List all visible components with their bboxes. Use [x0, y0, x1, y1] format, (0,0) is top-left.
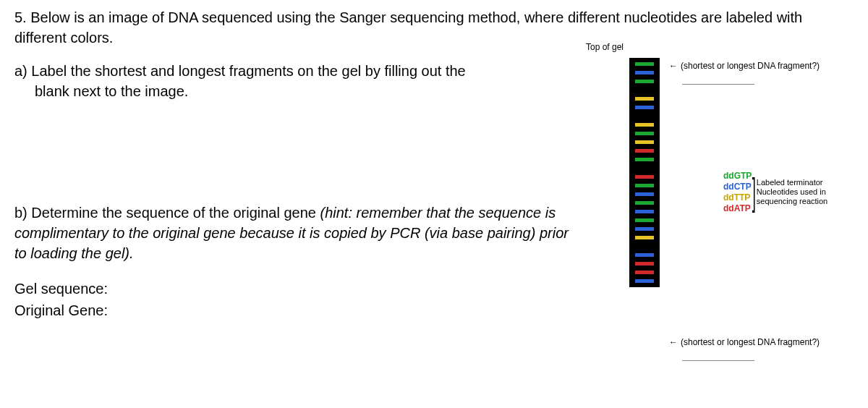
- legend-ddatp: ddATP: [723, 203, 752, 213]
- part-a: a) Label the shortest and longest fragme…: [14, 61, 579, 101]
- question-prompt: 5. Below is an image of DNA sequenced us…: [14, 7, 839, 48]
- part-a-line1: a) Label the shortest and longest fragme…: [14, 63, 466, 79]
- top-of-gel-label: Top of gel: [586, 42, 624, 52]
- bottom-blank-line[interactable]: [682, 355, 754, 361]
- arrow-left-icon: ←: [669, 337, 678, 348]
- legend-ddctp: ddCTP: [723, 182, 752, 192]
- original-gene-label: Original Gene:: [14, 299, 854, 321]
- arrow-left-icon: ←: [669, 61, 678, 72]
- gel-band: [635, 106, 654, 109]
- bracket-icon: ]: [752, 175, 756, 209]
- gel-band: [635, 218, 654, 222]
- bottom-fragment-callout: ←(shortest or longest DNA fragment?): [669, 337, 820, 361]
- gel-band: [635, 227, 654, 231]
- gel-band: [635, 253, 654, 257]
- gel-band: [635, 192, 654, 196]
- part-a-line2: blank next to the image.: [14, 81, 579, 101]
- part-b: b) Determine the sequence of the origina…: [14, 203, 579, 263]
- nucleotide-legend: ddGTP ddCTP ddTTP ddATP ] Labeled termin…: [723, 171, 843, 213]
- part-b-lead: b) Determine the sequence of the origina…: [14, 205, 320, 221]
- gel-band: [635, 140, 654, 144]
- gel-band: [635, 271, 654, 274]
- gel-band: [635, 158, 654, 161]
- legend-description: Labeled terminator Nucleotides used in s…: [757, 178, 843, 207]
- fragment-question-bottom: (shortest or longest DNA fragment?): [681, 337, 820, 347]
- top-fragment-callout: ←(shortest or longest DNA fragment?): [669, 61, 820, 85]
- gel-band: [635, 123, 654, 127]
- gel-band: [635, 62, 654, 66]
- gel-sequence-label: Gel sequence:: [14, 278, 854, 299]
- gel-band: [635, 184, 654, 187]
- gel-band: [635, 201, 654, 205]
- gel-band: [635, 262, 654, 265]
- gel-band: [635, 279, 654, 283]
- gel-band: [635, 149, 654, 153]
- gel-band: [635, 80, 654, 83]
- gel-band: [635, 210, 654, 213]
- legend-ddgtp: ddGTP: [723, 171, 752, 181]
- fragment-question-top: (shortest or longest DNA fragment?): [681, 61, 820, 71]
- top-blank-line[interactable]: [682, 79, 754, 85]
- gel-band: [635, 236, 654, 239]
- gel-band: [635, 97, 654, 101]
- gel-band: [635, 132, 654, 135]
- legend-ddttp: ddTTP: [723, 192, 752, 203]
- gel-band: [635, 71, 654, 75]
- gel-lane: [629, 58, 660, 287]
- gel-band: [635, 175, 654, 179]
